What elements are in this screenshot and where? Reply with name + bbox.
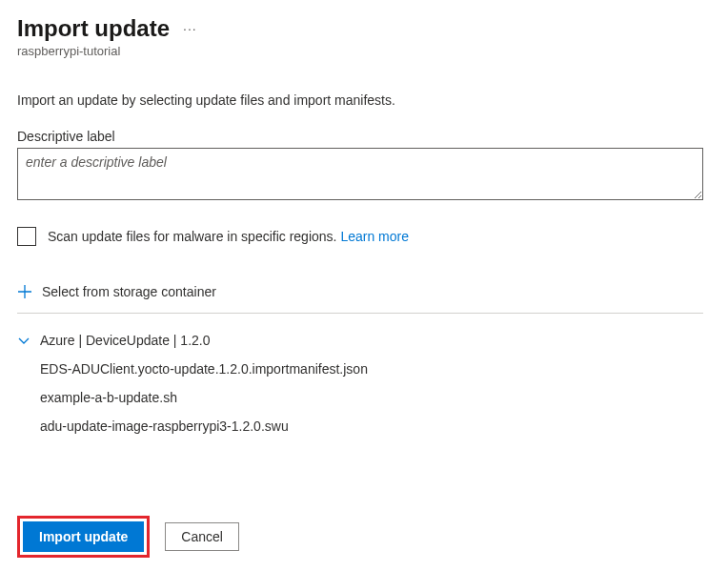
descriptive-label-input[interactable] — [17, 148, 703, 200]
plus-icon — [17, 284, 32, 299]
select-storage-button[interactable]: Select from storage container — [17, 284, 703, 314]
update-group-title: Azure | DeviceUpdate | 1.2.0 — [40, 333, 210, 348]
descriptive-label-caption: Descriptive label — [17, 129, 711, 144]
page-subtitle: raspberrypi-tutorial — [17, 44, 711, 58]
file-item: adu-update-image-raspberrypi3-1.2.0.swu — [40, 418, 711, 434]
import-update-button[interactable]: Import update — [23, 521, 144, 552]
scan-malware-checkbox[interactable] — [17, 227, 36, 246]
cancel-button[interactable]: Cancel — [165, 522, 239, 551]
page-description: Import an update by selecting update fil… — [17, 92, 711, 108]
page-title: Import update — [17, 15, 170, 42]
learn-more-link[interactable]: Learn more — [340, 229, 409, 244]
scan-malware-text: Scan update files for malware in specifi… — [48, 229, 336, 244]
file-item: EDS-ADUClient.yocto-update.1.2.0.importm… — [40, 361, 711, 377]
scan-malware-label: Scan update files for malware in specifi… — [48, 229, 409, 244]
update-group-toggle[interactable]: Azure | DeviceUpdate | 1.2.0 — [17, 333, 711, 348]
highlight-box: Import update — [17, 516, 150, 558]
file-item: example-a-b-update.sh — [40, 390, 711, 405]
chevron-down-icon — [17, 334, 30, 347]
more-menu-icon[interactable]: ··· — [179, 21, 201, 36]
select-storage-label: Select from storage container — [42, 284, 216, 299]
